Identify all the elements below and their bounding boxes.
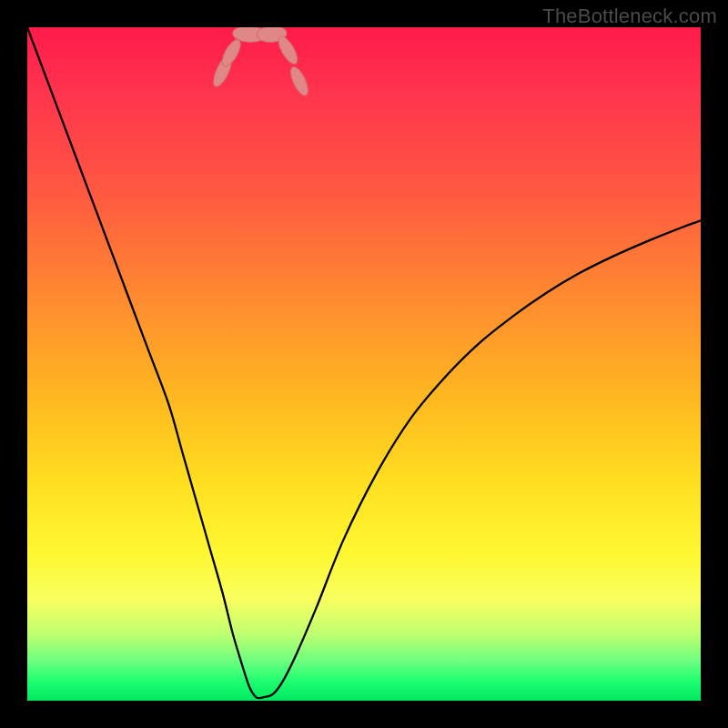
lobe [288,65,311,97]
chart-frame: TheBottleneck.com [0,0,728,728]
watermark-label: TheBottleneck.com [542,5,717,28]
curve-svg [27,27,701,701]
bottleneck-curve [27,27,701,698]
lobe [275,34,301,66]
valley-lobes [210,27,311,97]
plot-area [27,27,701,701]
